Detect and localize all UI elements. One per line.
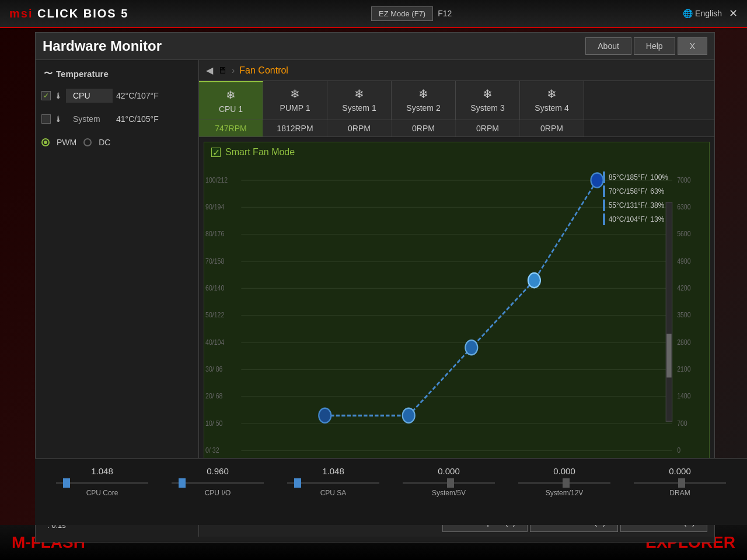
svg-text:80/176: 80/176: [205, 230, 224, 238]
voltage-thumb-cpu-sa[interactable]: [294, 478, 301, 488]
monitor-icon: 🖥: [218, 65, 227, 76]
system-temp-icon: 🌡: [54, 114, 62, 124]
fan-tab-cpu1[interactable]: ❄ CPU 1: [199, 81, 263, 120]
svg-text:5600: 5600: [677, 230, 690, 238]
help-button[interactable]: Help: [634, 37, 675, 55]
legend-temp-70: 70°C/158°F/: [609, 187, 647, 195]
legend-bar-55: [603, 200, 605, 211]
fan-tab-system4[interactable]: ❄ System 4: [520, 81, 584, 120]
chart-container: 100/212 90/194 80/176 70/158 60/140 50/1…: [204, 166, 709, 473]
svg-text:4200: 4200: [677, 284, 690, 292]
legend-item-40: 40°C/104°F/ 13%: [603, 214, 668, 225]
voltage-slider-cpu-sa[interactable]: [287, 482, 379, 484]
fan-tab-label-system4: System 4: [535, 103, 568, 113]
svg-text:70/158: 70/158: [205, 257, 224, 265]
voltage-thumb-cpu-core[interactable]: [63, 478, 70, 488]
breadcrumb-back-icon[interactable]: ◀: [206, 65, 213, 76]
temperature-section-header: 〜 Temperature: [41, 66, 193, 82]
fan-icon-pump1: ❄: [290, 87, 300, 101]
svg-text:2800: 2800: [677, 338, 690, 346]
svg-text:50/122: 50/122: [205, 312, 224, 319]
system-temp-label: System: [66, 112, 113, 126]
cpu-temp-value: 42°C/107°F: [116, 91, 159, 100]
ez-mode-button[interactable]: EZ Mode (F7): [371, 6, 433, 21]
svg-text:2100: 2100: [677, 365, 690, 373]
voltage-item-cpu-io: 0.960 CPU I/O: [160, 466, 275, 497]
svg-rect-33: [666, 202, 672, 422]
legend-bar-70: [603, 186, 605, 197]
voltage-label-cpu-io: CPU I/O: [205, 489, 231, 497]
breadcrumb-bar: ◀ 🖥 › Fan Control: [199, 60, 714, 81]
voltage-value-cpu-sa: 1.048: [322, 466, 344, 476]
close-top-icon[interactable]: ✕: [729, 7, 738, 20]
svg-text:40/104: 40/104: [205, 338, 225, 346]
voltage-thumb-cpu-io[interactable]: [179, 478, 186, 488]
system-temp-checkbox[interactable]: [41, 114, 51, 124]
voltage-slider-cpu-io[interactable]: [172, 482, 264, 484]
svg-text:1400: 1400: [677, 393, 690, 400]
voltage-item-dram: 0.000 DRAM: [622, 466, 738, 497]
smart-fan-label: Smart Fan Mode: [225, 147, 295, 158]
legend-pct-85: 100%: [650, 173, 668, 181]
svg-text:7000: 7000: [677, 176, 690, 184]
legend-pct-55: 38%: [650, 201, 664, 209]
fan-tabs-bar: ❄ CPU 1 ❄ PUMP 1 ❄ System 1 ❄ System 2 ❄: [199, 81, 714, 120]
f12-label: F12: [438, 9, 452, 18]
top-bar-center: EZ Mode (F7) F12: [140, 6, 683, 21]
legend-temp-55: 55°C/131°F/: [609, 201, 647, 209]
voltage-thumb-system-12v[interactable]: [563, 478, 570, 488]
svg-text:30/ 86: 30/ 86: [205, 365, 222, 373]
legend-temp-85: 85°C/185°F/: [609, 173, 647, 181]
pwm-label: PWM: [57, 138, 76, 147]
smart-fan-checkbox[interactable]: ✓: [211, 148, 221, 157]
voltage-slider-system-5v[interactable]: [403, 482, 495, 484]
legend-item-55: 55°C/131°F/ 38%: [603, 200, 668, 211]
fan-tab-system3[interactable]: ❄ System 3: [456, 81, 520, 120]
fan-tab-system1[interactable]: ❄ System 1: [327, 81, 392, 120]
language-button[interactable]: 🌐 English: [683, 9, 722, 18]
dc-radio[interactable]: [83, 138, 92, 146]
fan-control-area: ✓ Smart Fan Mode: [204, 142, 710, 502]
svg-text:60/140: 60/140: [205, 284, 224, 292]
svg-text:0: 0: [677, 446, 680, 454]
svg-text:3500: 3500: [677, 312, 690, 319]
breadcrumb-current: Fan Control: [239, 65, 288, 76]
cpu-temp-icon: 🌡: [54, 91, 62, 100]
voltage-slider-dram[interactable]: [634, 482, 726, 484]
cpu-temp-checkbox[interactable]: ✓: [41, 91, 51, 100]
fan-icon-cpu1: ❄: [226, 88, 236, 102]
msi-logo: msi CLICK BIOS 5: [9, 7, 128, 20]
legend-bar-40: [603, 214, 605, 225]
voltage-label-cpu-core: CPU Core: [86, 489, 118, 497]
voltage-thumb-dram[interactable]: [678, 478, 685, 488]
pwm-radio[interactable]: [41, 138, 50, 146]
smart-fan-header: ✓ Smart Fan Mode: [204, 142, 709, 162]
fan-tab-pump1[interactable]: ❄ PUMP 1: [263, 81, 327, 120]
svg-text:90/194: 90/194: [205, 203, 225, 211]
fan-mode-row: PWM DC: [41, 133, 193, 152]
svg-text:0/ 32: 0/ 32: [205, 446, 219, 454]
fan-tab-label-cpu1: CPU 1: [219, 104, 243, 114]
voltage-slider-system-12v[interactable]: [518, 482, 610, 484]
legend-item-85: 85°C/185°F/ 100%: [603, 172, 668, 183]
voltage-section: 1.048 CPU Core 0.960 CPU I/O 1.048 CPU S…: [35, 458, 747, 525]
fan-speed-cpu1: 747RPM: [199, 120, 263, 136]
svg-text:10/ 50: 10/ 50: [205, 419, 222, 427]
close-button[interactable]: X: [678, 37, 707, 55]
voltage-thumb-system-5v[interactable]: [447, 478, 454, 488]
voltage-value-system-12v: 0.000: [553, 466, 575, 476]
fan-icon-system4: ❄: [547, 87, 557, 101]
globe-icon: 🌐: [683, 9, 693, 18]
voltage-label-system-5v: System/5V: [432, 489, 466, 497]
legend-item-70: 70°C/158°F/ 63%: [603, 186, 668, 197]
fan-icon-system3: ❄: [483, 87, 493, 101]
svg-text:4900: 4900: [677, 257, 690, 265]
breadcrumb-separator: ›: [232, 65, 235, 76]
voltage-slider-cpu-core[interactable]: [56, 482, 148, 484]
about-button[interactable]: About: [585, 37, 631, 55]
fan-tab-system2[interactable]: ❄ System 2: [392, 81, 456, 120]
legend-temp-40: 40°C/104°F/: [609, 215, 647, 223]
fan-speed-system4: 0RPM: [520, 120, 584, 136]
voltage-item-cpu-core: 1.048 CPU Core: [44, 466, 160, 497]
fan-tab-label-pump1: PUMP 1: [280, 103, 310, 113]
